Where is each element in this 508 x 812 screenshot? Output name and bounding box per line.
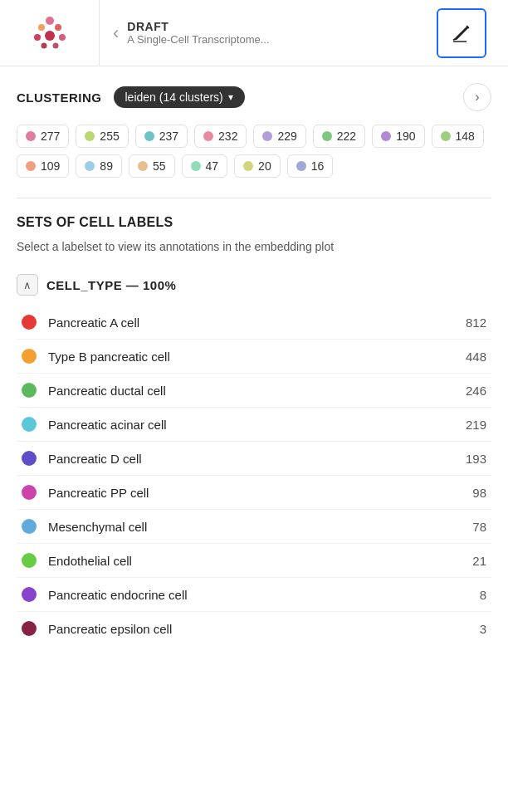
chip-label: 232 bbox=[218, 130, 237, 143]
cell-type-name: Pancreatic acinar cell bbox=[48, 418, 466, 432]
main-content: CLUSTERING leiden (14 clusters) ▾ › 277 … bbox=[0, 66, 508, 645]
chip-color-dot bbox=[203, 131, 213, 141]
logo-area bbox=[0, 0, 100, 66]
cell-type-name: Pancreatic endocrine cell bbox=[48, 588, 480, 602]
cell-list: Pancreatic A cell 812 Type B pancreatic … bbox=[17, 306, 491, 645]
cell-count: 448 bbox=[466, 350, 486, 364]
app-logo bbox=[29, 12, 71, 54]
cluster-chip[interactable]: 89 bbox=[76, 154, 122, 178]
leiden-badge[interactable]: leiden (14 clusters) ▾ bbox=[114, 86, 245, 108]
edit-button[interactable] bbox=[437, 8, 486, 58]
cell-type-panel-header: ∧ CELL_TYPE — 100% bbox=[17, 274, 491, 296]
cell-type-name: Mesenchymal cell bbox=[48, 520, 472, 534]
cell-list-item[interactable]: Pancreatic endocrine cell 8 bbox=[17, 578, 491, 612]
chip-label: 222 bbox=[337, 130, 356, 143]
pencil-icon bbox=[450, 22, 473, 45]
cell-count: 21 bbox=[472, 554, 486, 568]
cell-count: 246 bbox=[466, 384, 486, 398]
chip-color-dot bbox=[262, 131, 272, 141]
expand-chevron: ∧ bbox=[23, 279, 32, 291]
cell-list-item[interactable]: Mesenchymal cell 78 bbox=[17, 510, 491, 544]
cell-count: 3 bbox=[480, 622, 486, 636]
svg-point-0 bbox=[46, 17, 54, 25]
cell-list-item[interactable]: Pancreatic PP cell 98 bbox=[17, 476, 491, 510]
cell-list-item[interactable]: Pancreatic A cell 812 bbox=[17, 306, 491, 340]
cluster-chip[interactable]: 55 bbox=[129, 154, 175, 178]
cluster-chip[interactable]: 222 bbox=[313, 125, 365, 148]
chip-label: 255 bbox=[100, 130, 119, 143]
cell-type-name: Pancreatic epsilon cell bbox=[48, 622, 480, 636]
nav-title: DRAFT A Single-Cell Transcriptome... bbox=[127, 20, 269, 46]
chip-label: 229 bbox=[277, 130, 296, 143]
cell-list-item[interactable]: Pancreatic epsilon cell 3 bbox=[17, 612, 491, 645]
expand-icon[interactable]: ∧ bbox=[17, 274, 38, 296]
cell-color-dot bbox=[22, 451, 37, 466]
cell-color-dot bbox=[22, 417, 37, 432]
chip-color-dot bbox=[85, 161, 95, 171]
svg-point-4 bbox=[45, 31, 55, 41]
chip-label: 20 bbox=[258, 159, 271, 173]
chip-color-dot bbox=[322, 131, 332, 141]
svg-point-5 bbox=[59, 34, 66, 41]
svg-point-1 bbox=[38, 24, 45, 31]
cell-count: 193 bbox=[466, 452, 486, 466]
chip-color-dot bbox=[138, 161, 148, 171]
chip-color-dot bbox=[191, 161, 201, 171]
cluster-chip[interactable]: 16 bbox=[287, 154, 334, 178]
sets-section-desc: Select a labelset to view its annotation… bbox=[17, 238, 491, 256]
chip-label: 47 bbox=[206, 159, 219, 173]
back-button[interactable]: ‹ bbox=[113, 24, 119, 42]
chip-label: 89 bbox=[100, 159, 113, 173]
cell-type-name: Endothelial cell bbox=[48, 554, 472, 568]
clustering-label: CLUSTERING bbox=[17, 90, 102, 105]
cell-list-item[interactable]: Pancreatic acinar cell 219 bbox=[17, 408, 491, 442]
cell-type-name: Pancreatic ductal cell bbox=[48, 384, 466, 398]
cluster-chip[interactable]: 20 bbox=[234, 154, 281, 178]
chip-label: 55 bbox=[153, 159, 166, 173]
cell-list-item[interactable]: Type B pancreatic cell 448 bbox=[17, 340, 491, 374]
chip-color-dot bbox=[26, 131, 36, 141]
svg-point-3 bbox=[34, 34, 41, 41]
clustering-header: CLUSTERING leiden (14 clusters) ▾ › bbox=[17, 83, 491, 111]
cell-count: 812 bbox=[466, 316, 486, 330]
cell-count: 8 bbox=[480, 588, 486, 602]
leiden-badge-text: leiden (14 clusters) bbox=[125, 90, 223, 104]
cell-list-item[interactable]: Pancreatic ductal cell 246 bbox=[17, 374, 491, 408]
cell-color-dot bbox=[22, 485, 37, 500]
cell-count: 219 bbox=[466, 418, 486, 432]
chip-color-dot bbox=[144, 131, 154, 141]
chip-label: 16 bbox=[311, 159, 325, 173]
cluster-chip[interactable]: 229 bbox=[253, 125, 305, 148]
chip-color-dot bbox=[85, 131, 95, 141]
chip-label: 190 bbox=[396, 130, 415, 143]
cell-list-item[interactable]: Pancreatic D cell 193 bbox=[17, 442, 491, 476]
sets-section-title: SETS OF CELL LABELS bbox=[17, 215, 491, 230]
chip-label: 109 bbox=[41, 159, 60, 173]
svg-point-6 bbox=[41, 42, 46, 48]
chip-color-dot bbox=[441, 131, 451, 141]
nav-subtitle: A Single-Cell Transcriptome... bbox=[127, 33, 269, 46]
nav-area: ‹ DRAFT A Single-Cell Transcriptome... bbox=[100, 8, 508, 58]
cell-count: 78 bbox=[472, 520, 486, 534]
cluster-chip[interactable]: 148 bbox=[432, 125, 484, 148]
cell-color-dot bbox=[22, 383, 37, 398]
collapse-button[interactable]: › bbox=[463, 83, 491, 111]
cluster-chip[interactable]: 109 bbox=[17, 154, 69, 178]
cluster-chips-grid: 277 255 237 232 229 222 190 148 109 89 bbox=[17, 125, 491, 178]
chip-label: 277 bbox=[41, 130, 60, 143]
cluster-chip[interactable]: 232 bbox=[194, 125, 247, 148]
cluster-chip[interactable]: 190 bbox=[372, 125, 424, 148]
leiden-chevron: ▾ bbox=[228, 91, 233, 103]
cell-color-dot bbox=[22, 553, 37, 568]
chip-label: 148 bbox=[456, 130, 475, 143]
cluster-chip[interactable]: 255 bbox=[76, 125, 128, 148]
cell-list-item[interactable]: Endothelial cell 21 bbox=[17, 544, 491, 578]
cluster-chip[interactable]: 277 bbox=[17, 125, 69, 148]
chip-color-dot bbox=[243, 161, 253, 171]
cluster-chip[interactable]: 237 bbox=[135, 125, 188, 148]
cell-type-name: Type B pancreatic cell bbox=[48, 350, 466, 364]
collapse-icon: › bbox=[475, 90, 479, 105]
cell-color-dot bbox=[22, 349, 37, 364]
chip-label: 237 bbox=[159, 130, 178, 143]
cluster-chip[interactable]: 47 bbox=[182, 154, 228, 178]
